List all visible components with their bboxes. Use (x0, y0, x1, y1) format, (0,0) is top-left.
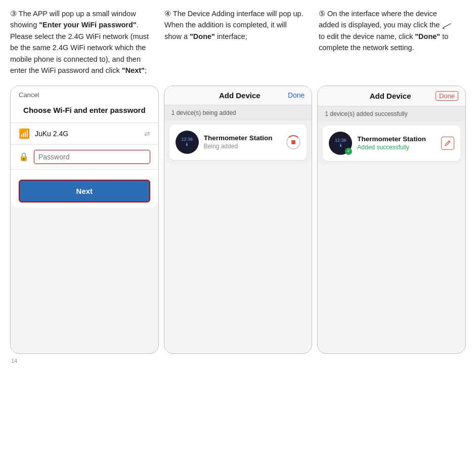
edit-pencil-icon (445, 140, 451, 146)
phone2-device-name: Thermometer Station (204, 134, 282, 142)
phone2-header: Add Device Done (164, 86, 312, 105)
step5-bold1: "Done" (415, 32, 440, 40)
phone3-header-title: Add Device (345, 92, 436, 100)
phone2-device-info: Thermometer Station Being added (204, 134, 282, 150)
step4-text: ④ The Device Adding interface will pop u… (157, 8, 312, 76)
phone1-mock: Cancel Choose Wi-Fi and enter password 📶… (10, 86, 159, 354)
pencil-icon (443, 22, 452, 29)
svg-line-2 (448, 142, 449, 143)
step3-text: ③ The APP will pop up a small window sho… (10, 8, 157, 76)
page-number: 14 (10, 358, 466, 364)
loading-dot (291, 140, 295, 144)
edit-icon-box[interactable] (441, 137, 454, 150)
step5-text: ⑤ On the interface where the device adde… (312, 8, 466, 76)
phone1-cancel[interactable]: Cancel (11, 86, 158, 101)
phone3-subheader: 1 device(s) added successfully (318, 106, 465, 121)
wifi-row[interactable]: 📶 JuKu 2.4G ⇄ (11, 122, 158, 145)
phone2-header-title: Add Device (192, 91, 288, 100)
step4-text2: interface; (215, 32, 247, 40)
wifi-icon: 📶 (19, 128, 30, 139)
phone3-device-card: 12:36🌡 ✓ Thermometer Station Added succe… (323, 126, 460, 161)
clock-display: 12:36🌡 (181, 137, 193, 147)
instructions-row: ③ The APP will pop up a small window sho… (10, 8, 466, 76)
password-row: 🔒 (11, 145, 158, 170)
phone2-done-button[interactable]: Done (288, 91, 305, 99)
phone3-device-info: Thermometer Station Added successfully (357, 135, 436, 151)
wifi-name: JuKu 2.4G (35, 130, 139, 138)
phone3-device-name: Thermometer Station (357, 135, 436, 143)
phone3-mock: Add Device Done 1 device(s) added succes… (317, 86, 466, 354)
step3-bold1: "Enter your WiFi password" (39, 21, 136, 29)
phone1-title: Choose Wi-Fi and enter password (11, 101, 158, 122)
step5-text1: On the interface where the device added … (319, 10, 442, 29)
phone2-device-status: Being added (204, 143, 282, 150)
loading-indicator (286, 135, 300, 149)
step4-num: ④ (164, 10, 171, 18)
phone3-inner: Add Device Done 1 device(s) added succes… (318, 86, 465, 165)
next-button[interactable]: Next (19, 180, 150, 202)
phone1-inner: Cancel Choose Wi-Fi and enter password 📶… (11, 86, 158, 208)
phones-row: Cancel Choose Wi-Fi and enter password 📶… (10, 86, 466, 354)
step5-text2: to edit the device name, click (319, 32, 415, 40)
phone2-subheader: 1 device(s) being added (164, 105, 312, 120)
green-check-icon: ✓ (345, 148, 352, 155)
phone3-device-icon: 12:36🌡 ✓ (329, 132, 352, 155)
wifi-signal-icon: ⇄ (144, 130, 150, 138)
phone3-header: Add Device Done (318, 86, 465, 106)
step3-text3: ; (145, 66, 147, 74)
phone2-inner: Add Device Done 1 device(s) being added … (164, 86, 312, 164)
next-btn-wrap: Next (11, 170, 158, 208)
step3-bold2: "Next" (122, 66, 145, 74)
step4-bold1: "Done" (190, 32, 215, 40)
password-input[interactable] (34, 150, 150, 164)
phone2-mock: Add Device Done 1 device(s) being added … (164, 86, 313, 354)
phone2-device-icon: 12:36🌡 (176, 131, 199, 154)
svg-line-0 (443, 23, 451, 28)
phone3-device-status: Added successfully (357, 144, 436, 151)
step5-num: ⑤ (319, 10, 325, 18)
phone3-done-button[interactable]: Done (436, 91, 458, 101)
clock-display-2: 12:36🌡 (335, 138, 347, 148)
step3-num: ③ (10, 10, 17, 18)
phone2-device-card: 12:36🌡 Thermometer Station Being added (169, 125, 307, 160)
lock-icon: 🔒 (19, 152, 29, 161)
